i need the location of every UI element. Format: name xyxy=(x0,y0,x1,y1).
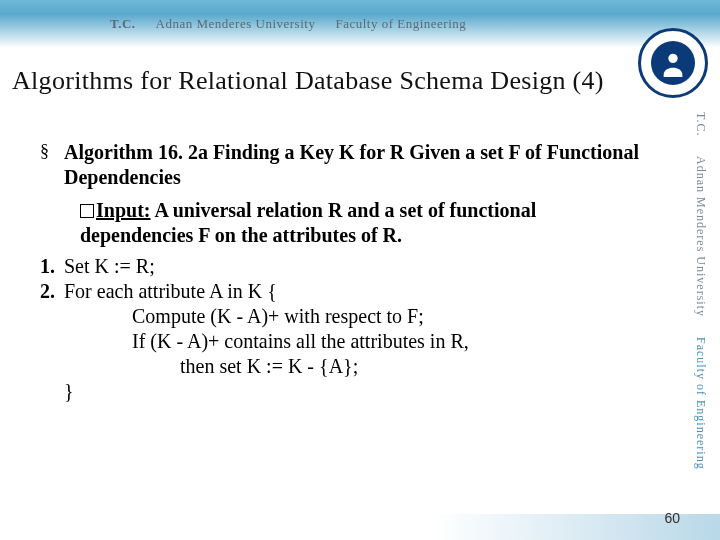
bullet-mark: § xyxy=(40,140,64,190)
content-area: § Algorithm 16. 2a Finding a Key K for R… xyxy=(40,140,640,404)
header-bar: T.C. Adnan Menderes University Faculty o… xyxy=(0,0,720,48)
step-2: 2. For each attribute A in K { xyxy=(40,279,640,304)
step-2-text: For each attribute A in K { xyxy=(64,279,640,304)
step-2-close-brace: } xyxy=(40,379,640,404)
algorithm-steps: 1. Set K := R; 2. For each attribute A i… xyxy=(40,254,640,404)
slide-title: Algorithms for Relational Database Schem… xyxy=(12,66,652,96)
header-university: Adnan Menderes University xyxy=(156,16,316,32)
footer-gradient xyxy=(0,514,720,540)
step-2-line-2: If (K - A)+ contains all the attributes … xyxy=(40,329,640,354)
side-tc: T.C. xyxy=(693,112,708,136)
page-number: 60 xyxy=(664,510,680,526)
svg-point-0 xyxy=(668,54,677,63)
header-faculty: Faculty of Engineering xyxy=(335,16,466,32)
step-2-line-3: then set K := K - {A}; xyxy=(40,354,640,379)
header-tc: T.C. xyxy=(110,16,136,32)
side-faculty: Faculty of Engineering xyxy=(693,337,708,470)
side-university: Adnan Menderes University xyxy=(693,156,708,317)
bullet-text: Algorithm 16. 2a Finding a Key K for R G… xyxy=(64,140,640,190)
side-branding: T.C. Adnan Menderes University Faculty o… xyxy=(680,62,720,522)
step-2-number: 2. xyxy=(40,279,64,304)
step-1-number: 1. xyxy=(40,254,64,279)
input-line: Input: A universal relation R and a set … xyxy=(80,198,640,248)
step-1-text: Set K := R; xyxy=(64,254,640,279)
person-icon xyxy=(659,49,687,77)
checkbox-placeholder-icon xyxy=(80,204,94,218)
step-2-line-1: Compute (K - A)+ with respect to F; xyxy=(40,304,640,329)
university-logo xyxy=(638,28,708,98)
bullet-item: § Algorithm 16. 2a Finding a Key K for R… xyxy=(40,140,640,190)
input-label: Input: xyxy=(96,199,150,221)
step-1: 1. Set K := R; xyxy=(40,254,640,279)
logo-inner xyxy=(651,41,695,85)
